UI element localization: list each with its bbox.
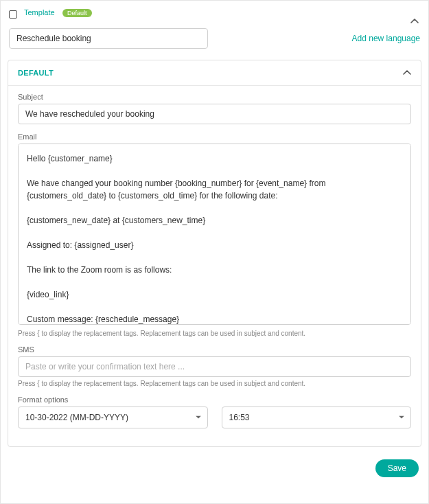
template-checkbox[interactable] [9,10,17,19]
time-format-value: 16:53 [229,413,250,422]
save-button[interactable]: Save [375,459,419,477]
default-language-panel: DEFAULT Subject Email Press { to display… [8,60,421,447]
subject-label: Subject [18,93,411,101]
time-format-select[interactable]: 16:53 [222,406,412,428]
sms-hint: Press { to display the replacement tags.… [18,380,411,387]
add-language-link[interactable]: Add new language [352,34,420,43]
sms-input[interactable] [18,356,411,377]
template-name-input[interactable] [9,28,208,49]
default-badge: Default [62,9,92,17]
chevron-up-icon[interactable] [403,70,411,76]
name-row: Add new language [1,21,428,53]
format-label: Format options [18,396,411,404]
subject-input[interactable] [18,104,411,124]
email-label: Email [18,133,411,141]
date-format-value: 10-30-2022 (MM-DD-YYYY) [25,413,128,422]
subject-field: Subject [18,93,411,124]
time-format-select-wrap: 16:53 [222,406,412,428]
date-format-select[interactable]: 10-30-2022 (MM-DD-YYYY) [18,406,208,428]
sms-label: SMS [18,345,411,354]
email-body-textarea[interactable] [18,144,411,325]
email-field: Email Press { to display the replacement… [18,133,411,337]
date-format-select-wrap: 10-30-2022 (MM-DD-YYYY) [18,406,208,428]
panel-title: DEFAULT [18,69,54,77]
footer: Save [1,454,428,485]
template-link[interactable]: Template [24,8,55,16]
panel-body: Subject Email Press { to display the rep… [8,86,421,446]
template-header: Template Default [1,1,428,21]
chevron-up-icon[interactable] [410,19,419,24]
panel-header[interactable]: DEFAULT [8,60,421,86]
email-hint: Press { to display the replacement tags.… [18,330,411,337]
format-options-field: Format options 10-30-2022 (MM-DD-YYYY) 1… [18,396,411,428]
sms-field: SMS Press { to display the replacement t… [18,345,411,387]
